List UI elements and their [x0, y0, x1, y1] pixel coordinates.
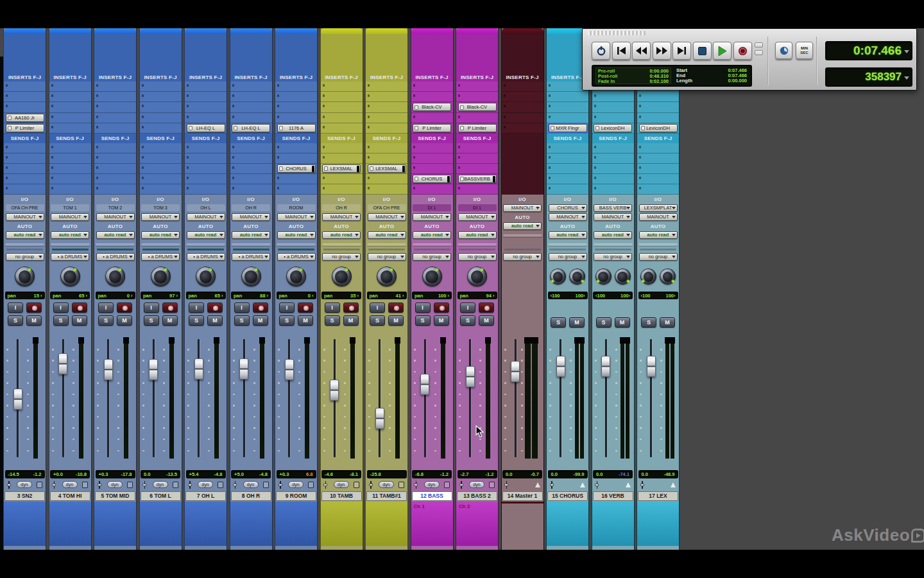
insert-slot[interactable]: [502, 92, 543, 102]
track-name[interactable]: 9 ROOM: [276, 491, 316, 501]
send-slot[interactable]: [366, 153, 407, 164]
output-window-icon[interactable]: [187, 481, 192, 489]
pan-knob[interactable]: [377, 267, 397, 286]
meter-path-icon[interactable]: [671, 482, 676, 487]
input-monitor-button[interactable]: I: [415, 302, 431, 313]
fader-cap[interactable]: [420, 374, 429, 395]
group-selector[interactable]: • a DRUMS: [96, 253, 135, 261]
insert-slot[interactable]: [275, 82, 317, 92]
pan-knob[interactable]: [286, 267, 306, 286]
send-slot[interactable]: [592, 184, 634, 195]
send-slot[interactable]: [456, 153, 498, 164]
insert-slot[interactable]: [49, 123, 91, 134]
automation-mode-button[interactable]: auto read: [51, 231, 89, 239]
mute-button[interactable]: M: [660, 317, 675, 328]
divider-groove[interactable]: [548, 243, 587, 246]
send-slot[interactable]: [185, 184, 227, 195]
send-slot[interactable]: [230, 184, 272, 195]
group-selector[interactable]: no group: [458, 253, 497, 261]
group-selector[interactable]: • a DRUMS: [141, 253, 180, 261]
record-enable-button[interactable]: [26, 302, 42, 313]
pan-knob-left[interactable]: [550, 268, 566, 285]
solo-button[interactable]: S: [460, 315, 475, 326]
pan-display[interactable]: pan94 ›: [458, 292, 497, 299]
insert-slot[interactable]: [637, 113, 679, 123]
send-slot[interactable]: [140, 164, 182, 174]
comments-area[interactable]: [321, 502, 363, 546]
sub-counter[interactable]: 358397: [825, 67, 912, 87]
insert-plugin-button[interactable]: P Limiter: [458, 124, 497, 132]
output-selector[interactable]: MAINOUT: [503, 204, 542, 212]
input-selector[interactable]: DI 1: [458, 204, 497, 211]
pan-knob[interactable]: [105, 267, 125, 286]
meter-path-icon[interactable]: [580, 482, 585, 487]
send-slot[interactable]: [637, 143, 679, 153]
divider-groove[interactable]: [277, 243, 316, 246]
automation-mode-button[interactable]: auto read: [6, 231, 44, 239]
meter-clip-led[interactable]: [214, 337, 219, 344]
pan-knob[interactable]: [151, 267, 171, 286]
insert-slot[interactable]: LexiconDH: [592, 123, 634, 134]
volume-peak-display[interactable]: 0.0-74.1: [593, 470, 633, 478]
insert-plugin-button[interactable]: MXR Flngr: [549, 124, 587, 132]
comments-area[interactable]: [49, 502, 91, 546]
fader-cap[interactable]: [601, 356, 610, 377]
output-selector[interactable]: MAINOUT: [232, 213, 270, 221]
send-slot[interactable]: [94, 164, 136, 174]
insert-slot[interactable]: [456, 113, 498, 123]
group-selector[interactable]: • a DRUMS: [232, 253, 270, 261]
solo-button[interactable]: S: [234, 315, 250, 326]
divider-groove[interactable]: [186, 243, 225, 246]
divider-groove[interactable]: [638, 243, 678, 246]
insert-plugin-button[interactable]: LexiconDH: [594, 124, 632, 132]
dyn-button[interactable]: dyn: [17, 481, 32, 488]
send-slot[interactable]: [547, 153, 588, 164]
rewind-button[interactable]: [632, 42, 651, 60]
volume-peak-display[interactable]: +0.0-10.8: [50, 470, 90, 478]
meter-clip-led[interactable]: [625, 337, 630, 344]
automation-mode-button[interactable]: auto read: [458, 231, 497, 239]
insert-slot[interactable]: [502, 102, 543, 112]
insert-slot[interactable]: LH-EQ L: [185, 123, 227, 134]
pan-knob[interactable]: [467, 267, 487, 286]
mute-button[interactable]: M: [479, 315, 494, 326]
send-slot[interactable]: [275, 143, 317, 153]
divider-groove[interactable]: [232, 243, 271, 246]
go-to-end-button[interactable]: [672, 42, 691, 60]
insert-slot[interactable]: [185, 102, 227, 112]
insert-slot[interactable]: [366, 123, 407, 134]
insert-slot[interactable]: [140, 102, 182, 112]
comments-area[interactable]: [275, 502, 317, 546]
insert-slot[interactable]: 1176 A: [275, 123, 317, 134]
automation-mode-button[interactable]: auto read: [187, 231, 225, 239]
fader-cap[interactable]: [104, 359, 113, 380]
send-slot[interactable]: [94, 153, 136, 164]
send-slot[interactable]: [140, 143, 182, 153]
send-slot[interactable]: [49, 184, 91, 195]
insert-slot[interactable]: [366, 82, 407, 92]
insert-slot[interactable]: [49, 92, 91, 102]
pan-display[interactable]: ‹100100›: [548, 292, 588, 299]
input-monitor-button[interactable]: I: [460, 302, 475, 313]
insert-slot[interactable]: [592, 113, 634, 123]
pan-knob-right[interactable]: [615, 268, 631, 285]
track-name[interactable]: 12 BASS: [412, 491, 452, 501]
mute-button[interactable]: M: [569, 317, 585, 328]
output-window-icon[interactable]: [52, 481, 56, 489]
divider-groove[interactable]: [141, 243, 180, 246]
pan-display[interactable]: pan35 ›: [321, 292, 361, 299]
divider-groove[interactable]: [413, 243, 452, 246]
volume-peak-display[interactable]: -14.5-1.2: [5, 470, 45, 478]
volume-peak-display[interactable]: 0.0-48.9: [638, 470, 678, 478]
output-selector[interactable]: MAINOUT: [458, 213, 497, 221]
insert-assign-icon[interactable]: [489, 482, 495, 488]
insert-slot[interactable]: [275, 113, 317, 123]
send-slot[interactable]: [411, 153, 453, 164]
fader-cap[interactable]: [466, 366, 475, 387]
input-selector[interactable]: OH R: [322, 204, 361, 211]
solo-button[interactable]: S: [53, 315, 69, 326]
insert-slot[interactable]: [547, 102, 588, 112]
send-slot[interactable]: [185, 153, 227, 164]
track-name[interactable]: 7 OH L: [185, 491, 226, 501]
send-slot[interactable]: [4, 164, 46, 174]
